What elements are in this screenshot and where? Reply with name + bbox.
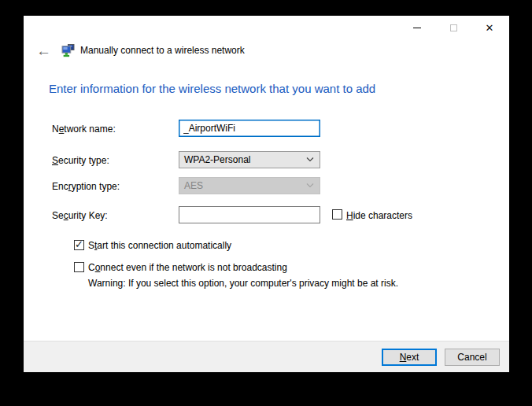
caption-buttons: ✕ — [399, 16, 508, 39]
page-title: Enter information for the wireless netwo… — [49, 82, 375, 95]
maximize-icon — [450, 24, 457, 31]
close-button[interactable]: ✕ — [471, 16, 508, 39]
privacy-warning-text: Warning: If you select this option, your… — [88, 278, 398, 289]
minimize-icon — [413, 28, 421, 28]
start-connection-label[interactable]: Start this connection automatically — [88, 240, 231, 251]
cancel-button[interactable]: Cancel — [445, 349, 500, 366]
maximize-button — [435, 16, 471, 39]
encryption-type-label: Encryption type: — [52, 181, 120, 192]
network-name-input[interactable] — [179, 120, 320, 137]
minimize-button[interactable] — [399, 16, 435, 39]
window-title: Manually connect to a wireless network — [80, 45, 245, 56]
security-type-dropdown[interactable]: WPA2-Personal — [179, 151, 320, 168]
start-connection-checkbox[interactable]: ✓ — [74, 240, 84, 250]
chevron-down-icon — [306, 183, 314, 188]
chevron-down-icon — [306, 157, 314, 162]
wizard-header: ← Manually connect to a wireless network — [35, 41, 245, 60]
hide-characters-checkbox[interactable] — [332, 209, 342, 220]
encryption-type-dropdown: AES — [179, 177, 320, 194]
connect-hidden-label[interactable]: Connect even if the network is not broad… — [88, 262, 287, 273]
security-type-label: Security type: — [52, 155, 109, 166]
hide-characters-label[interactable]: Hide characters — [346, 210, 412, 221]
checkmark-icon: ✓ — [75, 239, 83, 249]
connect-hidden-checkbox[interactable] — [74, 262, 84, 272]
encryption-type-value: AES — [184, 180, 203, 191]
wizard-window: ✕ ← Manually connect to a wireless netwo… — [24, 16, 509, 372]
network-name-label: Network name: — [52, 124, 116, 135]
close-icon: ✕ — [486, 23, 494, 33]
security-key-label: Security Key: — [52, 210, 108, 221]
next-button[interactable]: Next — [382, 349, 437, 366]
back-button[interactable]: ← — [35, 43, 53, 58]
wireless-network-icon — [61, 44, 75, 57]
security-key-input[interactable] — [179, 206, 320, 223]
security-type-value: WPA2-Personal — [184, 154, 250, 165]
footer-bar: Next Cancel — [24, 341, 509, 372]
